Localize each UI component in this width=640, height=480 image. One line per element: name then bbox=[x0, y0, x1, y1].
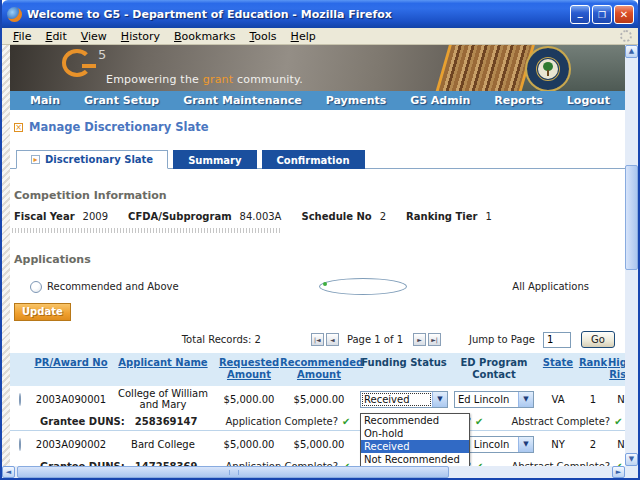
radio-all-applications[interactable] bbox=[319, 278, 407, 295]
radio-recommended-and-above[interactable] bbox=[30, 281, 42, 293]
menu-file[interactable]: File bbox=[6, 29, 38, 44]
funding-status-select[interactable]: Received bbox=[360, 391, 448, 408]
ed-program-contact-value: Ed Lincoln bbox=[455, 392, 518, 407]
check-icon bbox=[342, 416, 350, 427]
scroll-left-icon[interactable]: ◄ bbox=[2, 466, 15, 478]
header-requested-amount[interactable]: Requested Amount bbox=[218, 357, 280, 381]
tab-confirmation[interactable]: Confirmation bbox=[262, 150, 365, 169]
radio-recommended-label: Recommended and Above bbox=[47, 281, 179, 292]
cfda-label: CFDA/Subprogram bbox=[128, 211, 232, 222]
menu-history[interactable]: History bbox=[114, 29, 167, 44]
header-state[interactable]: State bbox=[538, 357, 578, 369]
recommended-amount: $5,000.00 bbox=[280, 394, 358, 405]
title-bar: Welcome to G5 - Department of Education … bbox=[2, 0, 638, 28]
schedule-no-label: Schedule No bbox=[301, 211, 371, 222]
menu-bar: File Edit View History Bookmarks Tools H… bbox=[2, 28, 638, 45]
state: VA bbox=[538, 394, 578, 405]
chevron-down-icon[interactable] bbox=[518, 392, 533, 407]
applications-heading: Applications bbox=[14, 253, 625, 266]
browser-window: Welcome to G5 - Department of Education … bbox=[0, 0, 640, 480]
tagline-post: community. bbox=[233, 73, 303, 86]
jump-to-page-input[interactable] bbox=[543, 332, 571, 348]
row-select-radio[interactable] bbox=[19, 438, 21, 451]
horizontal-scrollbar[interactable]: ◄ ► bbox=[2, 466, 638, 478]
vertical-scrollbar[interactable]: ▲ ▼ bbox=[625, 45, 638, 466]
requested-amount: $5,000.00 bbox=[218, 439, 280, 450]
table-row: 2003A090001 College of William and Mary … bbox=[10, 386, 625, 430]
funding-status-dropdown: Recommended On-hold Received Not Recomme… bbox=[360, 413, 470, 467]
menu-help[interactable]: Help bbox=[284, 29, 323, 44]
header-ed-program-contact: ED Program Contact bbox=[450, 357, 538, 381]
horizontal-scroll-thumb[interactable] bbox=[17, 466, 449, 478]
chevron-down-icon[interactable] bbox=[518, 437, 533, 452]
tab-discretionary-slate[interactable]: ▸ Discretionary Slate bbox=[16, 150, 168, 169]
applications-table: PR/Award No Applicant Name Requested Amo… bbox=[10, 353, 625, 466]
scroll-right-icon[interactable]: ► bbox=[612, 466, 625, 478]
option-on-hold[interactable]: On-hold bbox=[361, 427, 469, 440]
menu-tools[interactable]: Tools bbox=[242, 29, 283, 44]
throbber-icon bbox=[620, 30, 632, 42]
check-icon bbox=[614, 461, 622, 467]
nav-payments[interactable]: Payments bbox=[326, 94, 387, 107]
radio-all-label: All Applications bbox=[512, 281, 589, 292]
header-recommended-amount[interactable]: Recommended Amount bbox=[280, 357, 358, 381]
option-received[interactable]: Received bbox=[361, 440, 469, 453]
row-select-radio[interactable] bbox=[19, 393, 21, 406]
menu-edit[interactable]: Edit bbox=[38, 29, 73, 44]
option-not-recommended[interactable]: Not Recommended bbox=[361, 453, 469, 466]
nav-logout[interactable]: Logout bbox=[567, 94, 610, 107]
page-viewport: 5 Empowering the grant community. Main G… bbox=[2, 45, 625, 466]
banner-tagline: Empowering the grant community. bbox=[106, 73, 303, 86]
nav-main[interactable]: Main bbox=[30, 94, 60, 107]
minimize-button[interactable] bbox=[570, 5, 590, 24]
check-icon bbox=[475, 416, 483, 427]
table-header: PR/Award No Applicant Name Requested Amo… bbox=[10, 353, 625, 386]
last-page-button[interactable]: ►| bbox=[428, 333, 441, 346]
tagline-accent: grant bbox=[203, 73, 234, 86]
nav-grant-maintenance[interactable]: Grant Maintenance bbox=[183, 94, 302, 107]
prev-page-button[interactable]: ◄ bbox=[326, 333, 339, 346]
rank: 1 bbox=[578, 394, 608, 405]
vertical-scroll-thumb[interactable] bbox=[625, 165, 638, 270]
competition-fields: Fiscal Year 2009 CFDA/Subprogram 84.003A… bbox=[14, 211, 625, 222]
close-button[interactable] bbox=[614, 5, 634, 24]
header-pr-award-no[interactable]: PR/Award No bbox=[34, 357, 108, 369]
header-rank[interactable]: Rank bbox=[578, 357, 608, 369]
rank: 2 bbox=[578, 439, 608, 450]
tab-label: Summary bbox=[188, 155, 241, 166]
tab-arrow-icon: ▸ bbox=[31, 155, 40, 164]
pagination-bar: Total Records: 2 |◄ ◄ Page 1 of 1 ► ►| J… bbox=[10, 331, 615, 348]
cfda-value: 84.003A bbox=[240, 211, 282, 222]
menu-view[interactable]: View bbox=[74, 29, 114, 44]
fiscal-year-label: Fiscal Year bbox=[14, 211, 75, 222]
application-complete-label: Application Complete? bbox=[225, 416, 338, 427]
header-funding-status: Funding Status bbox=[358, 357, 450, 369]
table-row: 2003A090002 Bard College $5,000.00 $5,00… bbox=[10, 430, 625, 466]
schedule-no-value: 2 bbox=[380, 211, 386, 222]
scroll-up-icon[interactable]: ▲ bbox=[625, 45, 638, 58]
requested-amount: $5,000.00 bbox=[218, 394, 280, 405]
vertical-scroll-track[interactable] bbox=[625, 58, 638, 453]
maximize-button[interactable] bbox=[592, 5, 612, 24]
award-no: 2003A090002 bbox=[34, 439, 108, 450]
tab-summary[interactable]: Summary bbox=[173, 150, 256, 169]
nav-g5-admin[interactable]: G5 Admin bbox=[410, 94, 470, 107]
g5-logo: 5 bbox=[62, 49, 96, 81]
horizontal-scroll-track[interactable] bbox=[15, 466, 612, 478]
page-title-icon: × bbox=[14, 123, 23, 132]
next-page-button[interactable]: ► bbox=[413, 333, 426, 346]
ed-program-contact-select[interactable]: Ed Lincoln bbox=[454, 391, 534, 408]
menu-bookmarks[interactable]: Bookmarks bbox=[167, 29, 242, 44]
first-page-button[interactable]: |◄ bbox=[311, 333, 324, 346]
chevron-down-icon[interactable] bbox=[432, 392, 447, 407]
nav-grant-setup[interactable]: Grant Setup bbox=[84, 94, 159, 107]
header-high-risk[interactable]: High Risk bbox=[608, 357, 625, 381]
nav-reports[interactable]: Reports bbox=[494, 94, 543, 107]
update-button[interactable]: Update bbox=[14, 303, 71, 321]
go-button[interactable]: Go bbox=[581, 331, 615, 348]
header-applicant-name[interactable]: Applicant Name bbox=[108, 357, 218, 369]
recommended-amount: $5,000.00 bbox=[280, 439, 358, 450]
scroll-down-icon[interactable]: ▼ bbox=[625, 453, 638, 466]
option-recommended[interactable]: Recommended bbox=[361, 414, 469, 427]
bookshelf-image bbox=[434, 45, 536, 91]
